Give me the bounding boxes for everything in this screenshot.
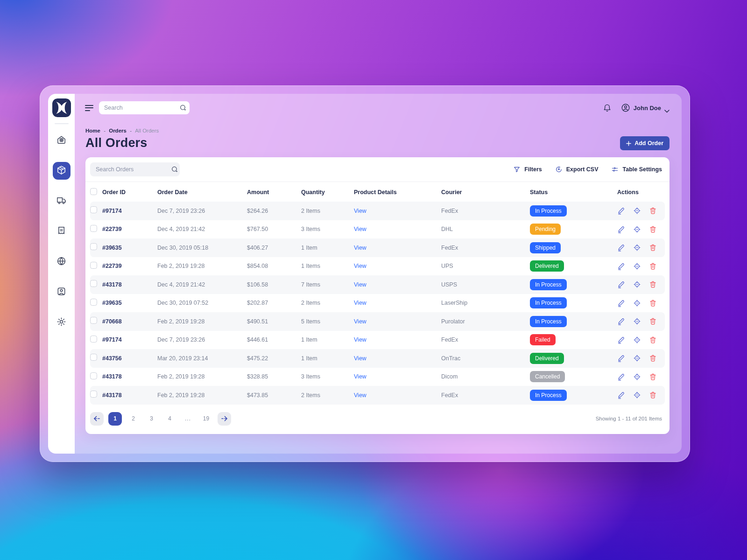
filters-button[interactable]: Filters xyxy=(513,166,542,173)
track-target-icon[interactable] xyxy=(633,207,641,215)
order-quantity: 1 Item xyxy=(301,245,354,251)
sidebar-item-customers[interactable] xyxy=(53,283,70,301)
shipping-truck-icon xyxy=(56,195,67,208)
track-target-icon[interactable] xyxy=(633,299,641,307)
row-checkbox[interactable] xyxy=(90,336,97,343)
view-details-link[interactable]: View xyxy=(354,208,366,214)
row-checkbox[interactable] xyxy=(90,206,97,213)
sidebar-item-settings[interactable] xyxy=(53,314,70,331)
track-target-icon[interactable] xyxy=(633,354,641,362)
menu-toggle-icon[interactable] xyxy=(85,105,93,111)
sidebar-item-global[interactable] xyxy=(53,253,70,271)
view-details-link[interactable]: View xyxy=(354,373,366,380)
track-target-icon[interactable] xyxy=(633,225,641,233)
edit-pen-icon[interactable] xyxy=(617,280,625,288)
delete-trash-icon[interactable] xyxy=(649,299,657,307)
view-details-link[interactable]: View xyxy=(354,318,366,325)
edit-pen-icon[interactable] xyxy=(617,391,625,399)
order-amount: $106.58 xyxy=(247,281,301,288)
view-details-link[interactable]: View xyxy=(354,300,366,306)
app-logo[interactable] xyxy=(52,98,71,117)
order-quantity: 2 Items xyxy=(301,392,354,399)
row-checkbox[interactable] xyxy=(90,372,97,379)
row-checkbox[interactable] xyxy=(90,391,97,398)
row-checkbox[interactable] xyxy=(90,299,97,306)
next-page-button[interactable] xyxy=(218,412,231,426)
sidebar-item-shipping[interactable] xyxy=(53,192,70,210)
select-all-checkbox[interactable] xyxy=(90,188,97,195)
order-courier: Purolator xyxy=(441,318,530,325)
delete-trash-icon[interactable] xyxy=(649,244,657,252)
order-id: #22739 xyxy=(102,263,157,269)
order-id: #43178 xyxy=(102,281,157,288)
track-target-icon[interactable] xyxy=(633,373,641,381)
delete-trash-icon[interactable] xyxy=(649,373,657,381)
page-button-2[interactable]: 2 xyxy=(127,412,140,426)
edit-pen-icon[interactable] xyxy=(617,373,625,381)
prev-page-button[interactable] xyxy=(90,412,104,426)
table-row: #43178 Feb 2, 2019 19:28 $328.85 3 Items… xyxy=(90,368,665,386)
edit-pen-icon[interactable] xyxy=(617,354,625,362)
delete-trash-icon[interactable] xyxy=(649,280,657,288)
delete-trash-icon[interactable] xyxy=(649,336,657,344)
edit-pen-icon[interactable] xyxy=(617,262,625,270)
row-checkbox[interactable] xyxy=(90,262,97,269)
results-summary: Showing 1 - 11 of 201 Items xyxy=(596,416,662,421)
breadcrumb: Home - Orders - All Orders xyxy=(85,128,669,133)
edit-pen-icon[interactable] xyxy=(617,244,625,252)
delete-trash-icon[interactable] xyxy=(649,317,657,325)
sidebar-item-dashboard[interactable] xyxy=(53,132,70,149)
delete-trash-icon[interactable] xyxy=(649,262,657,270)
page-button-3[interactable]: 3 xyxy=(145,412,158,426)
view-details-link[interactable]: View xyxy=(354,245,366,251)
delete-trash-icon[interactable] xyxy=(649,391,657,399)
row-checkbox[interactable] xyxy=(90,243,97,250)
edit-pen-icon[interactable] xyxy=(617,317,625,325)
order-date: Dec 4, 2019 21:42 xyxy=(157,281,247,288)
row-checkbox[interactable] xyxy=(90,354,97,361)
page-button-4[interactable]: 4 xyxy=(163,412,176,426)
page-button-19[interactable]: 19 xyxy=(199,412,213,426)
row-actions xyxy=(617,262,665,270)
track-target-icon[interactable] xyxy=(633,336,641,344)
view-details-link[interactable]: View xyxy=(354,281,366,288)
breadcrumb-orders[interactable]: Orders xyxy=(109,128,127,133)
breadcrumb-home[interactable]: Home xyxy=(85,128,100,133)
status-badge: In Process xyxy=(530,390,567,401)
column-header-product-details: Product Details xyxy=(354,189,441,196)
column-header-status: Status xyxy=(530,189,617,196)
notifications-bell-icon[interactable] xyxy=(603,104,612,112)
row-checkbox[interactable] xyxy=(90,225,97,232)
track-target-icon[interactable] xyxy=(633,391,641,399)
delete-trash-icon[interactable] xyxy=(649,354,657,362)
orders-card: Filters Export CSV xyxy=(85,157,669,434)
export-csv-button[interactable]: Export CSV xyxy=(555,166,599,173)
row-checkbox[interactable] xyxy=(90,317,97,324)
page-button-1[interactable]: 1 xyxy=(108,412,122,426)
track-target-icon[interactable] xyxy=(633,244,641,252)
edit-pen-icon[interactable] xyxy=(617,225,625,233)
user-menu[interactable]: John Doe xyxy=(621,103,669,112)
view-details-link[interactable]: View xyxy=(354,392,366,399)
edit-pen-icon[interactable] xyxy=(617,299,625,307)
edit-pen-icon[interactable] xyxy=(617,207,625,215)
add-order-button[interactable]: Add Order xyxy=(620,136,669,150)
view-details-link[interactable]: View xyxy=(354,226,366,232)
delete-trash-icon[interactable] xyxy=(649,207,657,215)
delete-trash-icon[interactable] xyxy=(649,225,657,233)
view-details-link[interactable]: View xyxy=(354,355,366,362)
table-settings-button[interactable]: Table Settings xyxy=(611,166,662,173)
track-target-icon[interactable] xyxy=(633,262,641,270)
edit-pen-icon[interactable] xyxy=(617,336,625,344)
orders-search-input[interactable] xyxy=(96,166,171,173)
view-details-link[interactable]: View xyxy=(354,336,366,343)
row-checkbox[interactable] xyxy=(90,280,97,287)
view-details-link[interactable]: View xyxy=(354,263,366,269)
sidebar-item-orders[interactable] xyxy=(53,162,70,180)
row-actions xyxy=(617,299,665,307)
track-target-icon[interactable] xyxy=(633,280,641,288)
global-search-input[interactable] xyxy=(104,105,179,111)
track-target-icon[interactable] xyxy=(633,317,641,325)
column-header-actions: Actions xyxy=(617,189,665,196)
sidebar-item-invoices[interactable] xyxy=(53,223,70,240)
